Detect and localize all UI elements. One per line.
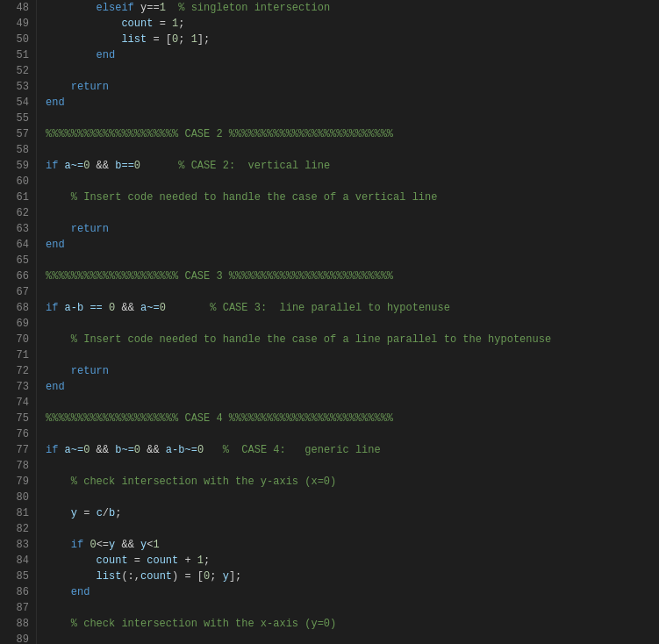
code-line: if a~=0 && b==0 % CASE 2: vertical line	[46, 158, 659, 174]
code-line: %%%%%%%%%%%%%%%%%%%%% CASE 4 %%%%%%%%%%%…	[46, 411, 659, 426]
code-line: end	[46, 95, 659, 111]
code-line: elseif y==1 % singleton intersection	[46, 0, 659, 16]
token: % CASE 4: generic line	[223, 444, 381, 456]
code-line: list = [0; 1];	[46, 32, 659, 47]
token: % singleton intersection	[178, 2, 330, 14]
line-number: 50	[4, 32, 29, 47]
token: 1	[191, 33, 197, 46]
code-line: if 0<=y && y<1	[46, 537, 659, 553]
code-line: count = count + 1;	[46, 553, 659, 569]
code-line	[46, 63, 659, 79]
token: count	[147, 555, 178, 567]
token	[204, 444, 223, 456]
token: 0	[134, 160, 140, 172]
line-number: 74	[4, 395, 29, 411]
token: count	[97, 555, 128, 567]
token: list	[97, 570, 122, 583]
token: &&	[115, 302, 140, 314]
code-line: return	[46, 363, 659, 379]
line-number: 79	[4, 474, 29, 490]
token: % Insert code needed to handle the case …	[46, 333, 551, 346]
token: return	[71, 365, 109, 377]
token: % CASE 3: line parallel to hypotenuse	[210, 302, 450, 314]
token: 0	[134, 444, 140, 456]
token: 0	[90, 539, 96, 551]
token: c	[97, 507, 103, 519]
token	[46, 33, 121, 46]
line-number: 77	[4, 442, 29, 458]
token	[46, 507, 71, 519]
token	[58, 302, 64, 314]
code-line: end	[46, 584, 659, 600]
token: elseif	[46, 2, 140, 14]
code-line	[46, 395, 659, 411]
line-number: 62	[4, 205, 29, 221]
line-number: 49	[4, 16, 29, 32]
token: end	[71, 586, 90, 598]
token	[166, 2, 178, 14]
line-number: 60	[4, 174, 29, 190]
token: &&	[140, 444, 166, 456]
token: end	[97, 49, 116, 61]
line-number: 86	[4, 584, 29, 600]
token	[58, 444, 64, 456]
line-number: 84	[4, 553, 29, 569]
code-line: % Insert code needed to handle the case …	[46, 190, 659, 205]
token: end	[46, 97, 65, 109]
line-number: 75	[4, 411, 29, 426]
token: %%%%%%%%%%%%%%%%%%%%% CASE 4 %%%%%%%%%%%…	[46, 412, 393, 425]
code-line	[46, 111, 659, 126]
token: %%%%%%%%%%%%%%%%%%%%% CASE 3 %%%%%%%%%%%…	[46, 270, 393, 283]
line-number: 52	[4, 63, 29, 79]
line-number: 87	[4, 600, 29, 616]
token: count	[140, 570, 172, 583]
line-number: 55	[4, 111, 29, 126]
token	[58, 160, 64, 172]
token: list	[121, 33, 147, 46]
token: 1	[160, 2, 166, 14]
token: %%%%%%%%%%%%%%%%%%%%% CASE 2 %%%%%%%%%%%…	[46, 128, 393, 140]
line-number: 78	[4, 458, 29, 474]
code-line: % check intersection with the x-axis (y=…	[46, 616, 659, 632]
line-number: 61	[4, 190, 29, 205]
token	[46, 539, 71, 551]
token: = [	[147, 33, 172, 46]
token: &&	[90, 160, 115, 172]
line-number: 68	[4, 300, 29, 316]
code-line	[46, 600, 659, 616]
line-number: 73	[4, 379, 29, 395]
line-numbers: 4849505152535455575859606162636465666768…	[0, 0, 37, 644]
token	[46, 570, 97, 583]
token: &&	[90, 444, 115, 456]
code-line	[46, 426, 659, 442]
token: end	[46, 381, 65, 393]
line-number: 51	[4, 47, 29, 63]
token: ];	[229, 570, 241, 583]
code-line: list(:,count) = [0; y];	[46, 569, 659, 584]
code-content[interactable]: elseif y==1 % singleton intersection cou…	[37, 0, 659, 644]
token: &&	[115, 539, 140, 551]
code-line: end	[46, 379, 659, 395]
line-number: 70	[4, 332, 29, 347]
line-number: 63	[4, 221, 29, 237]
line-number: 76	[4, 426, 29, 442]
token: b==	[115, 160, 134, 172]
token: ;	[178, 33, 190, 46]
line-number: 72	[4, 363, 29, 379]
code-line	[46, 347, 659, 363]
token: b~=	[115, 444, 134, 456]
token	[140, 160, 178, 172]
token	[166, 302, 210, 314]
code-line: if a-b == 0 && a~=0 % CASE 3: line paral…	[46, 300, 659, 316]
line-number: 67	[4, 284, 29, 300]
line-number: 54	[4, 95, 29, 111]
token: ;	[210, 570, 222, 583]
line-number: 57	[4, 126, 29, 142]
token: ;	[178, 18, 184, 30]
code-line: y = c/b;	[46, 505, 659, 521]
token: (:,	[121, 570, 140, 583]
line-number: 66	[4, 268, 29, 284]
line-number: 59	[4, 158, 29, 174]
token: 1	[197, 555, 204, 567]
token	[46, 18, 121, 30]
